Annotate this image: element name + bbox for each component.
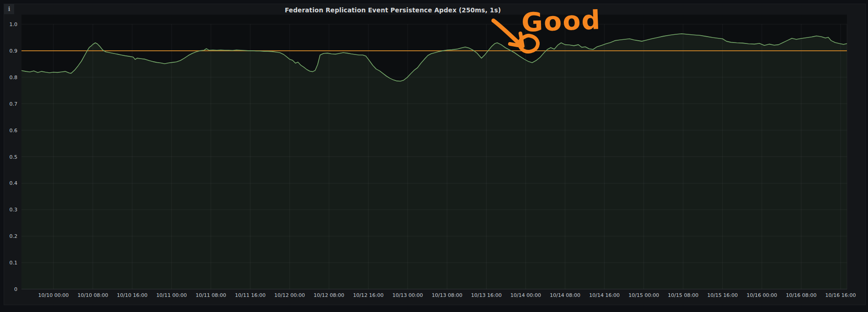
grafana-page: { "panel": { "title": "Federation Replic… [0,0,868,312]
hand-drawn-annotation: Good [493,5,601,52]
annotation-layer: Good [0,0,868,312]
annotation-text: Good [521,5,601,38]
annotation-arrow-shaft [493,21,518,43]
